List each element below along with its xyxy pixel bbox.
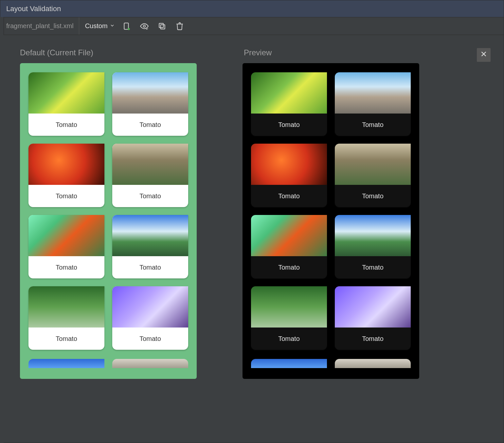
plant-label: Tomato — [28, 185, 104, 207]
peek-row-light — [20, 359, 197, 368]
plant-label: Tomato — [251, 185, 327, 207]
plant-label: Tomato — [335, 185, 411, 207]
plant-card[interactable]: Tomato — [112, 215, 188, 278]
delete-button[interactable] — [174, 20, 186, 32]
content-area: Default (Current File) TomatoTomatoTomat… — [0, 35, 504, 443]
plant-card[interactable]: Tomato — [28, 215, 104, 278]
plant-thumbnail — [251, 286, 327, 328]
add-device-button[interactable] — [121, 20, 133, 32]
plant-card[interactable]: Tomato — [335, 215, 411, 278]
default-panel: Default (Current File) TomatoTomatoTomat… — [20, 48, 197, 430]
plant-card[interactable]: Tomato — [112, 144, 188, 207]
plant-label: Tomato — [251, 256, 327, 278]
svg-point-3 — [143, 25, 145, 27]
plant-card-peek[interactable] — [112, 359, 188, 368]
preview-phone[interactable]: TomatoTomatoTomatoTomatoTomatoTomatoToma… — [243, 63, 419, 379]
plant-thumbnail — [335, 286, 411, 328]
plant-label: Tomato — [28, 328, 104, 350]
plant-thumbnail — [335, 144, 411, 185]
card-grid-light: TomatoTomatoTomatoTomatoTomatoTomatoToma… — [20, 63, 197, 359]
copy-button[interactable] — [156, 20, 168, 32]
preview-panel-title: Preview — [243, 48, 419, 57]
titlebar: Layout Validation — [0, 0, 504, 17]
plant-thumbnail — [112, 144, 188, 185]
filename-label: fragment_plant_list.xml — [6, 17, 79, 35]
plant-thumbnail — [28, 215, 104, 256]
plant-card[interactable]: Tomato — [251, 144, 327, 207]
plant-card[interactable]: Tomato — [112, 286, 188, 350]
plant-card-peek[interactable] — [335, 359, 411, 368]
plant-label: Tomato — [112, 185, 188, 207]
card-grid-dark: TomatoTomatoTomatoTomatoTomatoTomatoToma… — [243, 63, 419, 359]
close-preview-button[interactable] — [477, 48, 491, 62]
default-panel-title: Default (Current File) — [20, 48, 197, 57]
plant-card[interactable]: Tomato — [335, 144, 411, 207]
visibility-button[interactable] — [138, 20, 150, 32]
plant-thumbnail — [251, 72, 327, 114]
plant-card[interactable]: Tomato — [335, 286, 411, 350]
plant-card[interactable]: Tomato — [251, 286, 327, 350]
window-title: Layout Validation — [6, 5, 61, 13]
plant-card[interactable]: Tomato — [28, 72, 104, 136]
plant-label: Tomato — [335, 328, 411, 350]
plant-thumbnail — [251, 215, 327, 256]
plant-label: Tomato — [335, 114, 411, 136]
plant-label: Tomato — [335, 256, 411, 278]
plant-thumbnail — [112, 286, 188, 328]
plant-card[interactable]: Tomato — [251, 215, 327, 278]
plant-label: Tomato — [112, 256, 188, 278]
chevron-down-icon — [110, 22, 115, 30]
plant-thumbnail — [251, 144, 327, 185]
toolbar: fragment_plant_list.xml Custom — [0, 17, 504, 35]
svg-rect-0 — [124, 23, 128, 29]
plant-card[interactable]: Tomato — [335, 72, 411, 136]
svg-rect-5 — [159, 23, 163, 27]
plant-thumbnail — [28, 72, 104, 114]
plant-card[interactable]: Tomato — [112, 72, 188, 136]
plant-label: Tomato — [112, 114, 188, 136]
plant-label: Tomato — [251, 114, 327, 136]
plant-card-peek[interactable] — [251, 359, 327, 368]
configuration-dropdown[interactable]: Custom — [85, 22, 115, 30]
plant-thumbnail — [28, 286, 104, 328]
preview-panel: Preview TomatoTomatoTomatoTomatoTomatoTo… — [243, 48, 419, 430]
plant-card[interactable]: Tomato — [28, 144, 104, 207]
plant-card[interactable]: Tomato — [251, 72, 327, 136]
plant-card[interactable]: Tomato — [28, 286, 104, 350]
plant-thumbnail — [112, 72, 188, 114]
plant-thumbnail — [112, 215, 188, 256]
svg-rect-4 — [160, 25, 165, 29]
default-preview-phone[interactable]: TomatoTomatoTomatoTomatoTomatoTomatoToma… — [20, 63, 197, 379]
plant-thumbnail — [335, 72, 411, 114]
plant-thumbnail — [335, 215, 411, 256]
plant-label: Tomato — [28, 114, 104, 136]
plant-label: Tomato — [251, 328, 327, 350]
configuration-dropdown-label: Custom — [85, 22, 108, 30]
plant-label: Tomato — [112, 328, 188, 350]
close-icon — [480, 50, 487, 60]
peek-row-dark — [243, 359, 419, 368]
plant-label: Tomato — [28, 256, 104, 278]
plant-thumbnail — [28, 144, 104, 185]
plant-card-peek[interactable] — [28, 359, 104, 368]
